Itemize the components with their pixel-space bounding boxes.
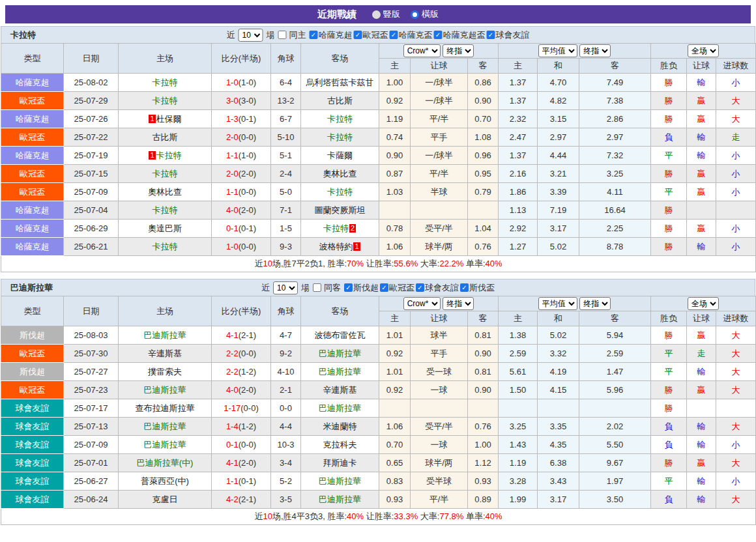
scope-select[interactable]: 全场 bbox=[688, 297, 719, 310]
euro-source-select[interactable]: 平均值 bbox=[538, 297, 577, 310]
layout-radio-horizontal[interactable]: 橫版 bbox=[411, 8, 439, 20]
handicap-away-odds: 1.12 bbox=[468, 454, 499, 472]
handicap-final-select[interactable]: 终指 bbox=[443, 44, 474, 57]
away-team-name: 圖蘭突厥斯坦 bbox=[315, 205, 366, 215]
same-venue-filter[interactable]: 同客 bbox=[313, 282, 341, 294]
date-cell: 25-07-13 bbox=[64, 418, 119, 436]
checkbox-checked-icon[interactable]: ✓ bbox=[380, 283, 388, 292]
euro-final-select[interactable]: 终指 bbox=[579, 297, 611, 310]
away-team-name: 辛連斯基 bbox=[323, 385, 357, 395]
checkbox-checked-icon[interactable]: ✓ bbox=[460, 283, 469, 292]
summary-segment: 大率: bbox=[418, 259, 439, 268]
checkbox-unchecked-icon[interactable] bbox=[313, 283, 321, 292]
result-goals: 小 bbox=[716, 436, 756, 454]
match-count-select[interactable]: 10 bbox=[273, 281, 298, 294]
euro-home-odds: 1.86 bbox=[499, 183, 538, 201]
result-outcome: 勝 bbox=[651, 92, 687, 110]
match-row: 球會友誼25-06-27普萊西亞(中)1-1(0-1)5-2巴迪斯拉華0.83受… bbox=[1, 472, 756, 491]
league-filter-checkbox[interactable]: ✓歐冠盃 bbox=[354, 29, 388, 41]
away-team-cell: 卡拉特2 bbox=[301, 220, 379, 238]
handicap-line: 一/球半 bbox=[411, 92, 468, 110]
halftime-score: (0-0) bbox=[239, 349, 256, 358]
checkbox-checked-icon[interactable]: ✓ bbox=[487, 31, 495, 39]
result-outcome: 平 bbox=[651, 472, 687, 491]
euro-source-select[interactable]: 平均值 bbox=[538, 44, 577, 57]
euro-home-odds: 1.37 bbox=[499, 92, 538, 110]
handicap-away-odds bbox=[468, 399, 499, 418]
match-row: 歐冠盃25-07-23巴迪斯拉華4-0(2-0)2-1辛連斯基0.92一球0.9… bbox=[1, 381, 756, 399]
checkbox-checked-icon[interactable]: ✓ bbox=[434, 31, 443, 39]
match-row: 哈薩克超25-06-21卡拉特1-0(0-0)9-3波格特約11.06球半/两0… bbox=[1, 238, 756, 256]
sub-header-goals-result: 进球数 bbox=[716, 59, 756, 74]
score-cell: 1-1(0-0) bbox=[212, 183, 271, 201]
home-team-name: 撲雷索夫 bbox=[148, 367, 182, 377]
home-team-name: 卡拉特 bbox=[156, 150, 182, 160]
score-cell: 2-0(2-0) bbox=[212, 165, 271, 183]
handicap-line: 平/半 bbox=[411, 165, 468, 183]
same-venue-filter[interactable]: 同主 bbox=[278, 29, 306, 41]
euro-draw-odds: 3.39 bbox=[538, 183, 579, 201]
fulltime-score: 1-0 bbox=[226, 242, 239, 251]
date-cell: 25-07-15 bbox=[64, 165, 119, 183]
radio-unchecked-icon[interactable] bbox=[372, 10, 381, 19]
fulltime-score: 4-1 bbox=[226, 330, 239, 340]
match-row: 哈薩克超25-07-261杜保爾1-3(0-1)6-7卡拉特1.19平/半0.7… bbox=[1, 110, 756, 128]
league-filter-checkbox[interactable]: ✓哈薩克盃 bbox=[390, 29, 433, 41]
league-filter-checkbox[interactable]: ✓球會友誼 bbox=[487, 29, 530, 41]
league-filter-checkbox[interactable]: ✓斯伐超 bbox=[344, 282, 379, 294]
checkbox-checked-icon[interactable]: ✓ bbox=[390, 31, 398, 39]
away-team-name: 克拉科夫 bbox=[323, 440, 357, 449]
handicap-home-odds: 0.92 bbox=[379, 92, 411, 110]
date-cell: 25-06-27 bbox=[64, 472, 119, 491]
layout-radio-vertical[interactable]: 豎版 bbox=[372, 8, 400, 20]
league-badge: 球會友誼 bbox=[1, 399, 64, 418]
score-cell: 4-2(2-1) bbox=[212, 491, 271, 509]
score-cell: 1-0(1-0) bbox=[212, 74, 271, 92]
summary-segment: 让胜率: bbox=[364, 259, 394, 268]
home-team-name: 巴迪斯拉華 bbox=[144, 440, 186, 449]
handicap-home-odds bbox=[379, 201, 411, 220]
sub-header-euro-home: 主 bbox=[499, 59, 538, 74]
handicap-final-select[interactable]: 终指 bbox=[443, 297, 474, 310]
away-team-cell: 巴迪斯拉華 bbox=[301, 399, 379, 418]
away-team-cell: 圖蘭突厥斯坦 bbox=[301, 201, 379, 220]
euro-home-odds bbox=[499, 399, 538, 418]
home-team-name: 普萊西亞(中) bbox=[141, 476, 189, 486]
euro-draw-odds: 5.02 bbox=[538, 238, 579, 256]
score-cell: 0-1(0-1) bbox=[212, 220, 271, 238]
radio-checked-icon[interactable] bbox=[411, 10, 419, 19]
summary-segment: 55.6% bbox=[394, 259, 418, 268]
fulltime-score: 1-1 bbox=[226, 150, 239, 160]
league-badge: 歐冠盃 bbox=[1, 128, 64, 147]
match-count-select[interactable]: 10 bbox=[239, 29, 263, 42]
league-filter-checkbox[interactable]: ✓斯伐盃 bbox=[460, 282, 495, 294]
sub-header-euro-home: 主 bbox=[499, 311, 538, 326]
euro-final-select[interactable]: 终指 bbox=[579, 44, 611, 57]
euro-home-odds: 2.16 bbox=[499, 165, 538, 183]
league-filter-checkbox[interactable]: ✓歐冠盃 bbox=[380, 282, 414, 294]
corners-cell: 5-10 bbox=[271, 128, 301, 147]
score-cell: 1-3(0-1) bbox=[212, 110, 271, 128]
handicap-line: 球半/两 bbox=[411, 454, 468, 472]
page-title: 近期戰績 bbox=[317, 8, 356, 21]
scope-select[interactable]: 全场 bbox=[688, 44, 719, 57]
corners-cell: 9-2 bbox=[271, 345, 301, 363]
home-team-name: 查布拉迪斯拉華 bbox=[136, 403, 195, 413]
result-handicap: 贏 bbox=[687, 92, 716, 110]
league-filter-checkbox[interactable]: ✓哈薩克超 bbox=[310, 29, 353, 41]
euro-away-odds: 5.94 bbox=[579, 326, 651, 345]
checkbox-checked-icon[interactable]: ✓ bbox=[310, 31, 318, 39]
result-outcome: 勝 bbox=[651, 110, 687, 128]
league-filter-checkbox[interactable]: ✓哈薩克超盃 bbox=[434, 29, 486, 41]
checkbox-unchecked-icon[interactable] bbox=[278, 31, 287, 39]
result-goals: 大 bbox=[716, 491, 756, 509]
handicap-source-select[interactable]: Crow* bbox=[403, 297, 441, 310]
checkbox-checked-icon[interactable]: ✓ bbox=[344, 283, 353, 292]
date-cell: 25-07-27 bbox=[64, 363, 119, 381]
handicap-source-select[interactable]: Crow* bbox=[403, 44, 441, 57]
euro-draw-odds: 5.02 bbox=[538, 326, 579, 345]
checkbox-checked-icon[interactable]: ✓ bbox=[354, 31, 362, 39]
league-filter-checkbox[interactable]: ✓球會友誼 bbox=[416, 282, 459, 294]
league-filters: ✓哈薩克超✓歐冠盃✓哈薩克盃✓哈薩克超盃✓球會友誼 bbox=[308, 29, 530, 41]
checkbox-checked-icon[interactable]: ✓ bbox=[416, 283, 424, 292]
